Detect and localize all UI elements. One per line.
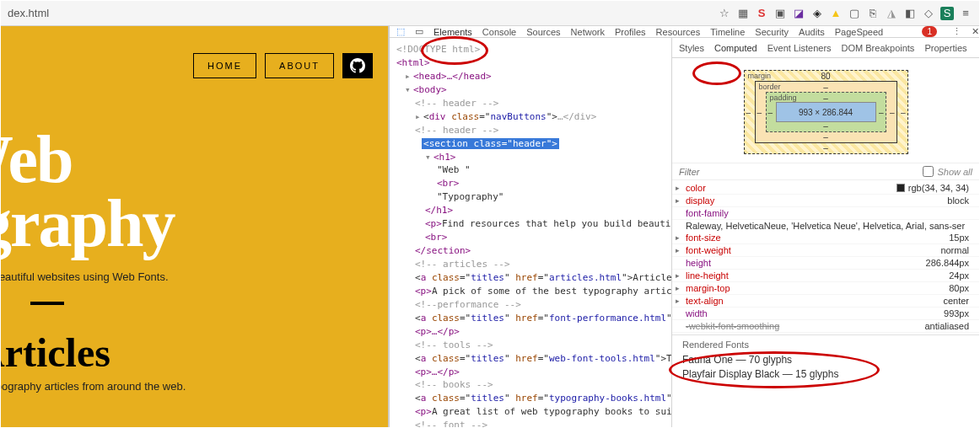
device-icon[interactable]: ▭ <box>415 26 423 37</box>
property-row[interactable]: ▸text-aligncenter <box>672 295 979 308</box>
dom-line[interactable]: <!DOCTYPE html> <box>396 43 668 56</box>
tab-network[interactable]: Network <box>571 27 605 37</box>
rendered-fonts: Rendered Fonts Fauna One — 70 glyphs Pla… <box>672 334 979 393</box>
devtools: ⬚ ▭ Elements Console Sources Network Pro… <box>389 26 979 427</box>
show-all-label: Show all <box>937 167 972 177</box>
ext-icon-s2[interactable]: S <box>940 7 954 20</box>
property-row[interactable]: height286.844px <box>672 257 979 270</box>
side-tab-event-listeners[interactable]: Event Listeners <box>767 43 832 53</box>
inspect-icon[interactable]: ⬚ <box>396 26 405 37</box>
error-badge[interactable]: 1 <box>922 26 937 37</box>
ext-icon[interactable]: ▣ <box>773 7 787 20</box>
selected-node[interactable]: ▾<section class="header"> <box>396 137 668 151</box>
divider <box>30 302 64 305</box>
side-tabs: Styles Computed Event Listeners DOM Brea… <box>672 38 979 58</box>
property-row[interactable]: ▸line-height24px <box>672 270 979 282</box>
devtools-menu-icon[interactable]: ⋮ <box>952 26 961 37</box>
property-row[interactable]: ▸margin-top80px <box>672 282 979 295</box>
property-row[interactable]: ▸font-size15px <box>672 232 979 244</box>
margin-label: margin <box>748 72 772 80</box>
nav-buttons: HOME ABOUT <box>193 53 373 78</box>
property-continuation: Raleway, HelveticaNeue, 'Helvetica Neue'… <box>672 220 979 232</box>
filter-input[interactable] <box>679 167 763 177</box>
tab-profiles[interactable]: Profiles <box>615 27 646 37</box>
tab-elements[interactable]: Elements <box>433 27 472 37</box>
section-sub: st typography articles from around the w… <box>1 380 186 393</box>
menu-icon[interactable]: ≡ <box>959 7 972 20</box>
margin-top: 80 <box>821 72 830 81</box>
ext-icon[interactable]: ▦ <box>736 7 750 20</box>
ext-icon[interactable]: ◈ <box>810 7 824 20</box>
computed-properties[interactable]: ▸colorrgb(34, 34, 34)▸displayblockfont-f… <box>672 180 979 334</box>
ext-icon[interactable]: ▢ <box>848 7 861 20</box>
hero-title: Webography <box>1 127 175 255</box>
ext-icon[interactable]: ◇ <box>922 7 935 20</box>
side-tab-styles[interactable]: Styles <box>679 43 704 53</box>
close-icon[interactable]: ✕ <box>972 26 979 37</box>
section-title: Articles <box>1 329 110 376</box>
dom-tree[interactable]: <!DOCTYPE html> <html> ▸<head>…</head> ▾… <box>390 38 672 428</box>
filter-row: Show all <box>672 163 979 180</box>
about-button[interactable]: ABOUT <box>265 53 334 78</box>
side-tab-computed[interactable]: Computed <box>714 43 757 53</box>
property-row[interactable]: width993px <box>672 308 979 320</box>
ext-icon[interactable]: ◧ <box>903 7 917 20</box>
rendered-fonts-title: Rendered Fonts <box>682 340 969 350</box>
tab-sources[interactable]: Sources <box>526 27 560 37</box>
hero-tagline: you build beautiful websites using Web F… <box>1 270 175 283</box>
property-row[interactable]: ▸font-weightnormal <box>672 244 979 257</box>
tab-pagespeed[interactable]: PageSpeed <box>835 27 884 37</box>
tab-audits[interactable]: Audits <box>799 27 825 37</box>
ext-icon[interactable]: ◮ <box>885 7 898 20</box>
property-row[interactable]: ▸displayblock <box>672 195 979 207</box>
ext-icon-warn[interactable]: ▲ <box>829 7 843 20</box>
tab-timeline[interactable]: Timeline <box>710 27 745 37</box>
home-button[interactable]: HOME <box>193 53 256 78</box>
omnibox: ☆ ▦ S ▣ ◪ ◈ ▲ ▢ ⎘ ◮ ◧ ◇ S ≡ <box>1 1 979 26</box>
ext-icon-s[interactable]: S <box>755 7 768 20</box>
rendered-font-line: Playfair Display Black — 15 glyphs <box>682 368 969 380</box>
tab-security[interactable]: Security <box>755 27 789 37</box>
box-model[interactable]: margin 80 – – – border – – – <box>672 58 979 163</box>
github-icon <box>350 58 365 73</box>
show-all-checkbox[interactable] <box>923 166 934 177</box>
side-tab-properties[interactable]: Properties <box>924 43 967 53</box>
github-button[interactable] <box>342 53 373 78</box>
property-row[interactable]: ▸colorrgb(34, 34, 34) <box>672 182 979 195</box>
content-size: 993 × 286.844 <box>776 102 876 122</box>
tab-console[interactable]: Console <box>482 27 516 37</box>
hero: Webography you build beautiful websites … <box>1 127 175 305</box>
property-row[interactable]: font-family <box>672 207 979 220</box>
extension-icons: ☆ ▦ S ▣ ◪ ◈ ▲ ▢ ⎘ ◮ ◧ ◇ S ≡ <box>718 7 972 20</box>
ext-icon[interactable]: ◪ <box>792 7 805 20</box>
side-panel: Styles Computed Event Listeners DOM Brea… <box>672 38 979 428</box>
property-row[interactable]: -webkit-font-smoothingantialiased <box>672 320 979 333</box>
tab-resources[interactable]: Resources <box>656 27 701 37</box>
devtools-tabbar: ⬚ ▭ Elements Console Sources Network Pro… <box>390 26 979 38</box>
side-tab-dom-breakpoints[interactable]: DOM Breakpoints <box>842 43 915 53</box>
star-icon[interactable]: ☆ <box>718 7 731 20</box>
ext-icon[interactable]: ⎘ <box>866 7 880 20</box>
page-preview: HOME ABOUT Webography you build beautifu… <box>1 26 389 427</box>
rendered-font-line: Fauna One — 70 glyphs <box>682 354 969 366</box>
url-input[interactable] <box>8 7 718 19</box>
